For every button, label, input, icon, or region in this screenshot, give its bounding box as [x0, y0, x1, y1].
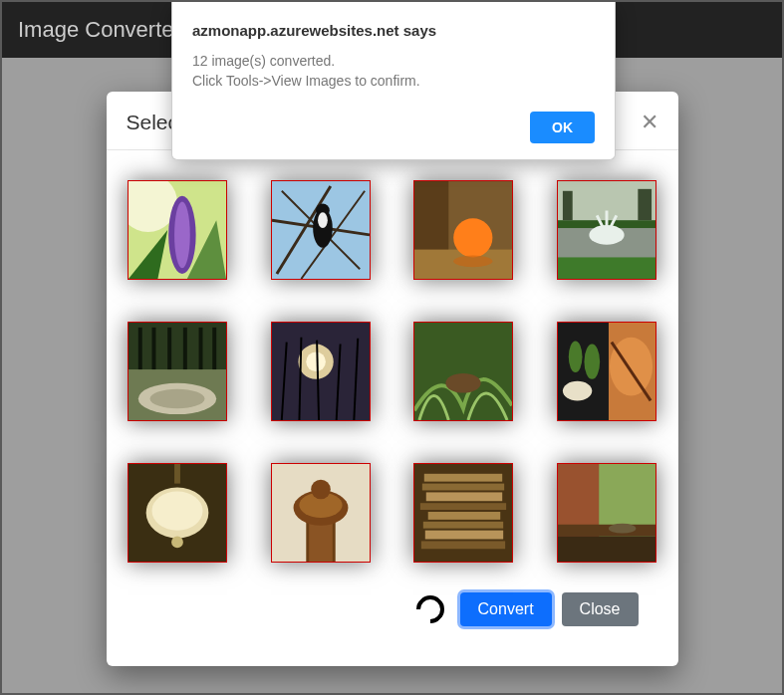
svg-point-43 — [446, 373, 481, 393]
lizard-ledge-icon — [558, 464, 655, 562]
image-thumbnail[interactable] — [557, 322, 656, 421]
orange-fruit-icon — [414, 181, 512, 279]
svg-point-33 — [150, 389, 205, 409]
svg-rect-51 — [174, 464, 180, 484]
alert-source-label: azmonapp.azurewebsites.net says — [192, 22, 595, 39]
svg-rect-73 — [558, 525, 655, 537]
modal-close-button[interactable]: ✕ — [641, 110, 658, 135]
image-thumbnail[interactable] — [413, 463, 513, 563]
svg-rect-62 — [424, 474, 502, 482]
image-thumbnail[interactable] — [271, 180, 371, 280]
thumbnail-grid — [127, 180, 658, 563]
convert-button[interactable]: Convert — [460, 592, 552, 626]
image-thumbnail[interactable] — [271, 322, 371, 421]
svg-rect-19 — [558, 257, 655, 279]
image-thumbnail[interactable] — [128, 322, 227, 421]
wood-finial-icon — [272, 464, 370, 562]
bird-icon — [272, 181, 370, 279]
sunset-reeds-icon — [272, 323, 370, 420]
fountain-icon — [558, 181, 655, 279]
svg-rect-27 — [152, 328, 156, 369]
svg-point-46 — [610, 338, 653, 396]
lamp-icon — [129, 464, 226, 562]
alert-message: 12 image(s) converted. Click Tools->View… — [192, 51, 595, 92]
svg-rect-64 — [426, 492, 502, 501]
svg-rect-31 — [213, 328, 217, 369]
svg-point-60 — [311, 480, 331, 500]
svg-rect-69 — [421, 541, 505, 549]
loading-spinner-icon — [410, 589, 450, 629]
image-thumbnail[interactable] — [128, 463, 227, 563]
svg-rect-23 — [638, 189, 652, 220]
svg-rect-68 — [425, 531, 503, 540]
svg-rect-22 — [563, 191, 573, 220]
svg-point-11 — [318, 212, 328, 228]
svg-point-16 — [453, 255, 492, 267]
flower-icon — [129, 181, 226, 279]
modal-body: Convert Close — [107, 150, 678, 666]
svg-point-49 — [569, 342, 583, 372]
image-thumbnail[interactable] — [413, 180, 513, 280]
svg-rect-29 — [183, 328, 187, 369]
svg-point-48 — [584, 345, 600, 379]
svg-point-54 — [171, 537, 183, 549]
alert-actions: OK — [192, 112, 595, 143]
forest-icon — [129, 323, 226, 420]
close-button[interactable]: Close — [562, 592, 639, 626]
svg-rect-67 — [423, 522, 503, 529]
alert-ok-button[interactable]: OK — [530, 112, 595, 143]
image-thumbnail[interactable] — [128, 180, 227, 280]
grass-closeup-icon — [414, 323, 512, 420]
app-brand: Image Converter — [18, 17, 181, 43]
svg-rect-66 — [428, 512, 501, 520]
svg-rect-74 — [558, 537, 655, 562]
svg-point-3 — [174, 202, 190, 269]
svg-rect-28 — [167, 328, 171, 369]
alert-line2: Click Tools->View Images to confirm. — [192, 73, 420, 89]
svg-point-53 — [152, 491, 203, 530]
svg-rect-63 — [422, 484, 504, 491]
svg-point-36 — [306, 351, 326, 371]
svg-rect-65 — [420, 503, 506, 510]
svg-rect-26 — [138, 328, 142, 369]
image-thumbnail[interactable] — [413, 322, 513, 421]
select-images-modal: Select Images to Convert ✕ — [107, 92, 678, 666]
alert-line1: 12 image(s) converted. — [192, 53, 335, 69]
food-plate-icon — [558, 323, 655, 420]
svg-point-15 — [453, 218, 492, 257]
modal-footer: Convert Close — [127, 592, 658, 646]
svg-point-47 — [563, 381, 592, 401]
svg-rect-30 — [199, 328, 203, 369]
svg-rect-25 — [129, 323, 226, 369]
image-thumbnail[interactable] — [557, 180, 656, 280]
stacked-books-icon — [414, 464, 512, 562]
browser-alert-dialog: azmonapp.azurewebsites.net says 12 image… — [171, 2, 616, 160]
image-thumbnail[interactable] — [557, 463, 656, 563]
svg-point-75 — [609, 524, 636, 534]
image-thumbnail[interactable] — [271, 463, 371, 563]
